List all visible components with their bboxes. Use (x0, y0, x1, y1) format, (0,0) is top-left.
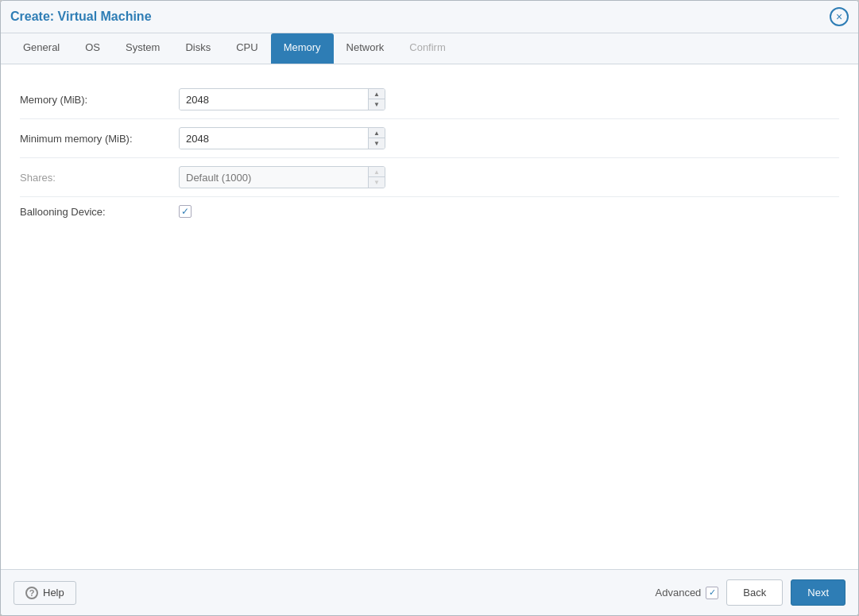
back-button[interactable]: Back (726, 579, 783, 606)
tab-system[interactable]: System (113, 33, 172, 64)
ballooning-label: Ballooning Device: (20, 206, 179, 218)
min-memory-row: Minimum memory (MiB): ▲ ▼ (20, 119, 839, 158)
tab-memory[interactable]: Memory (271, 33, 334, 64)
memory-increment-button[interactable]: ▲ (369, 89, 385, 99)
memory-row: Memory (MiB): ▲ ▼ (20, 80, 839, 119)
tab-confirm: Confirm (397, 33, 459, 64)
check-icon: ✓ (181, 206, 189, 217)
advanced-text: Advanced (656, 587, 702, 599)
min-memory-label: Minimum memory (MiB): (20, 133, 179, 145)
advanced-checkbox[interactable]: ✓ (706, 587, 718, 599)
memory-spinner[interactable]: ▲ ▼ (179, 88, 385, 110)
memory-spinner-buttons: ▲ ▼ (368, 89, 385, 110)
dialog-header: Create: Virtual Machine × (1, 1, 858, 33)
shares-spinner[interactable]: ▲ ▼ (179, 166, 385, 188)
memory-input[interactable] (180, 90, 368, 110)
question-icon: ? (25, 587, 38, 599)
tab-cpu[interactable]: CPU (223, 33, 270, 64)
tab-disks[interactable]: Disks (172, 33, 223, 64)
ballooning-row: Ballooning Device: ✓ (20, 197, 839, 226)
memory-decrement-button[interactable]: ▼ (369, 99, 385, 110)
min-memory-increment-button[interactable]: ▲ (369, 128, 385, 138)
advanced-label-group: Advanced ✓ (656, 587, 719, 599)
shares-spinner-buttons: ▲ ▼ (368, 167, 385, 188)
min-memory-spinner[interactable]: ▲ ▼ (179, 127, 385, 149)
shares-decrement-button: ▼ (369, 177, 385, 188)
shares-input[interactable] (180, 168, 368, 188)
next-button[interactable]: Next (791, 579, 845, 606)
tab-network[interactable]: Network (334, 33, 397, 64)
advanced-check-icon: ✓ (709, 587, 716, 598)
dialog-footer: ? Help Advanced ✓ Back Next (1, 569, 858, 615)
close-button[interactable]: × (830, 7, 849, 26)
shares-increment-button: ▲ (369, 167, 385, 177)
form-content: Memory (MiB): ▲ ▼ Minimum memory (MiB): … (1, 64, 858, 569)
dialog-title: Create: Virtual Machine (10, 10, 152, 30)
tab-bar: General OS System Disks CPU Memory Netwo… (1, 33, 858, 64)
ballooning-checkbox[interactable]: ✓ (179, 205, 192, 218)
tab-os[interactable]: OS (72, 33, 113, 64)
help-label: Help (43, 587, 64, 599)
help-button[interactable]: ? Help (14, 581, 76, 605)
min-memory-decrement-button[interactable]: ▼ (369, 138, 385, 149)
tab-general[interactable]: General (10, 33, 72, 64)
min-memory-spinner-buttons: ▲ ▼ (368, 128, 385, 149)
footer-right: Advanced ✓ Back Next (656, 579, 845, 606)
memory-label: Memory (MiB): (20, 94, 179, 106)
shares-row: Shares: ▲ ▼ (20, 158, 839, 197)
min-memory-input[interactable] (180, 129, 368, 149)
footer-left: ? Help (14, 581, 76, 605)
create-vm-dialog: Create: Virtual Machine × General OS Sys… (0, 0, 859, 616)
shares-label: Shares: (20, 172, 179, 184)
